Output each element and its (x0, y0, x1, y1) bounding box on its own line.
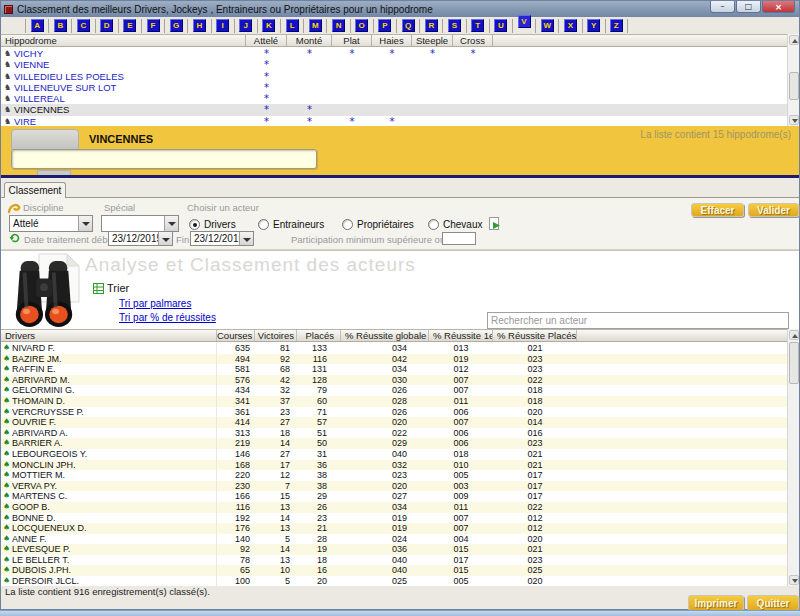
driver-row[interactable]: ♠ MARTENS C. 166 15 29 027 009 017 (1, 491, 787, 502)
driver-row[interactable]: ♠ ABRIVARD M. 576 42 128 030 007 022 (1, 375, 787, 386)
alphabet-letter[interactable]: U (494, 19, 507, 32)
alphabet-letter[interactable]: Z (610, 19, 623, 32)
driver-row[interactable]: ♠ NIVARD F. 635 81 133 034 013 021 (1, 343, 787, 354)
driver-row[interactable]: ♠ ANNE F. 140 5 28 024 004 020 (1, 534, 787, 545)
radio-entraineurs-label[interactable]: Entraineurs (273, 219, 324, 230)
hippodrome-row[interactable]: ♞ VILLEDIEU LES POELES * (1, 71, 787, 82)
hippodrome-search-input[interactable] (11, 149, 317, 169)
hippodrome-row[interactable]: ♞ VINCENNES * * (1, 104, 787, 115)
driver-row[interactable]: ♠ GELORMINI G. 434 32 79 026 007 018 (1, 385, 787, 396)
alphabet-letter[interactable]: C (77, 19, 90, 32)
radio-entraineurs[interactable] (258, 219, 269, 230)
discipline-select[interactable]: Attelé (9, 215, 93, 232)
driver-row[interactable]: ♠ BARRIER A. 219 14 50 029 006 023 (1, 438, 787, 449)
scrollbar-thumb[interactable] (789, 342, 799, 384)
scroll-up-icon[interactable] (789, 35, 799, 45)
driver-row[interactable]: ♠ VERVA PY. 230 7 38 020 003 017 (1, 481, 787, 492)
alphabet-letter[interactable]: O (355, 19, 368, 32)
alphabet-letter[interactable]: H (193, 19, 206, 32)
driver-row[interactable]: ♠ LOCQUENEUX D. 176 13 21 019 007 012 (1, 523, 787, 534)
chevron-down-icon[interactable] (158, 232, 172, 245)
alphabet-letter[interactable]: V (518, 15, 531, 28)
driver-row[interactable]: ♠ LEBOURGEOIS Y. 146 27 31 040 018 021 (1, 449, 787, 460)
maximize-button[interactable]: □ (736, 1, 761, 13)
alphabet-letter[interactable]: G (170, 19, 183, 32)
hippodrome-row[interactable]: ♞ VILLENEUVE SUR LOT * (1, 82, 787, 93)
analysis-section: Analyse et Classement des acteurs Trier … (1, 250, 799, 329)
mark-haies (372, 59, 412, 70)
hippodrome-scrollbar[interactable] (787, 34, 799, 126)
acteur-group-label: Choisir un acteur (187, 202, 259, 213)
alphabet-letter[interactable]: B (54, 19, 67, 32)
radio-chevaux[interactable] (428, 219, 439, 230)
alphabet-letter[interactable]: E (123, 19, 136, 32)
participation-input[interactable] (442, 232, 476, 245)
driver-row[interactable]: ♠ VERCRUYSSE P. 361 23 71 026 006 020 (1, 407, 787, 418)
refresh-icon[interactable] (9, 232, 21, 244)
close-button[interactable]: × (762, 1, 795, 13)
courses-value: 313 (217, 428, 255, 439)
scrollbar-thumb[interactable] (789, 72, 799, 100)
chevron-down-icon[interactable] (239, 232, 253, 245)
effacer-button[interactable]: Effacer (691, 203, 744, 217)
driver-row[interactable]: ♠ RAFFIN E. 581 68 131 034 012 023 (1, 364, 787, 375)
radio-proprietaires-label[interactable]: Propriétaires (357, 219, 414, 230)
tab-classement[interactable]: Classement (4, 182, 66, 198)
alphabet-letter[interactable]: A (31, 19, 44, 32)
driver-row[interactable]: ♠ GOOP B. 116 13 26 034 011 022 (1, 502, 787, 513)
alphabet-letter[interactable]: K (262, 19, 275, 32)
alphabet-letter[interactable]: Q (402, 19, 415, 32)
alphabet-letter[interactable]: F (147, 19, 160, 32)
alphabet-letter[interactable]: T (471, 19, 484, 32)
scroll-up-icon[interactable] (789, 330, 799, 340)
chevron-down-icon[interactable] (78, 216, 92, 231)
alphabet-letter[interactable]: M (309, 19, 322, 32)
driver-row[interactable]: ♠ OUVRIE F. 414 27 57 020 007 014 (1, 417, 787, 428)
column-attele: Attelé (246, 35, 287, 46)
chevron-down-icon[interactable] (164, 216, 178, 231)
driver-row[interactable]: ♠ MONCLIN JPH. 168 17 36 032 010 021 (1, 460, 787, 471)
driver-row[interactable]: ♠ DUBOIS J.PH. 65 10 16 040 015 025 (1, 565, 787, 576)
alphabet-letter[interactable]: Y (587, 19, 600, 32)
driver-row[interactable]: ♠ ABRIVARD A. 313 18 51 022 006 016 (1, 428, 787, 439)
radio-proprietaires[interactable] (342, 219, 353, 230)
places-value: 18 (297, 555, 341, 566)
alphabet-letter[interactable]: P (378, 19, 391, 32)
valider-button[interactable]: Valider (748, 203, 799, 217)
tri-par-palmares-link[interactable]: Tri par palmares (119, 298, 191, 309)
driver-row[interactable]: ♠ LEVESQUE P. 92 14 19 036 015 021 (1, 544, 787, 555)
tri-par-reussites-link[interactable]: Tri par % de réussites (119, 312, 216, 323)
minimize-button[interactable]: – (710, 1, 735, 13)
radio-chevaux-label[interactable]: Chevaux (443, 219, 482, 230)
reussite-globale-value: 027 (341, 491, 429, 502)
driver-row[interactable]: ♠ LE BELLER T. 78 13 18 040 017 023 (1, 555, 787, 566)
special-select[interactable] (101, 215, 179, 232)
quitter-button[interactable]: Quitter (747, 595, 799, 611)
results-scrollbar[interactable] (787, 329, 799, 586)
date-fin-select[interactable]: 23/12/2016 (190, 231, 254, 246)
alphabet-letter[interactable]: R (425, 19, 438, 32)
hippodrome-row[interactable]: ♞ VILLEREAL * (1, 93, 787, 104)
alphabet-letter[interactable]: X (564, 19, 577, 32)
alphabet-letter[interactable]: D (100, 19, 113, 32)
radio-drivers-label[interactable]: Drivers (204, 219, 236, 230)
acteur-search-input[interactable] (487, 312, 789, 329)
driver-row[interactable]: ♠ BONNE D. 192 14 23 019 007 012 (1, 513, 787, 524)
scroll-down-icon[interactable] (789, 115, 799, 125)
hippodrome-row[interactable]: ♞ VICHY * * * * * * (1, 48, 787, 59)
driver-row[interactable]: ♠ MOTTIER M. 220 12 38 023 005 017 (1, 470, 787, 481)
alphabet-letter[interactable]: S (448, 19, 461, 32)
alphabet-letter[interactable]: W (541, 19, 554, 32)
driver-row[interactable]: ♠ THOMAIN D. 341 37 60 028 011 018 (1, 396, 787, 407)
date-debut-select[interactable]: 23/12/2015 (108, 231, 173, 246)
horse-file-icon[interactable] (489, 217, 501, 230)
scroll-down-icon[interactable] (789, 575, 799, 585)
alphabet-letter[interactable]: L (286, 19, 299, 32)
driver-row[interactable]: ♠ BAZIRE JM. 494 92 116 042 019 023 (1, 354, 787, 365)
alphabet-letter[interactable]: J (239, 19, 252, 32)
alphabet-letter[interactable]: N (332, 19, 345, 32)
radio-drivers[interactable] (189, 219, 200, 230)
hippodrome-row[interactable]: ♞ VIENNE * (1, 59, 787, 70)
imprimer-button[interactable]: Imprimer (688, 595, 744, 611)
alphabet-letter[interactable]: I (216, 19, 229, 32)
